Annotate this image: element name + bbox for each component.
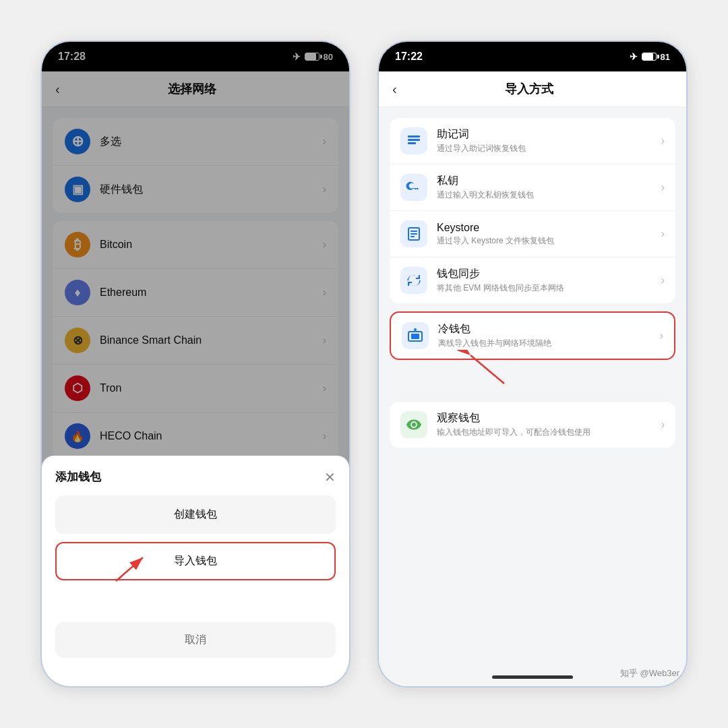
arrow-annotation-left [109, 551, 156, 584]
svg-rect-6 [411, 231, 417, 232]
import-item-sync[interactable]: 钱包同步 将其他 EVM 网络钱包同步至本网络 › [390, 257, 675, 303]
import-item-privatekey[interactable]: 私钥 通过输入明文私钥恢复钱包 › [390, 164, 675, 211]
mnemonic-icon [400, 127, 427, 154]
cold-icon [402, 322, 429, 349]
keystore-title: Keystore [437, 222, 661, 234]
privatekey-icon [400, 174, 427, 201]
privatekey-chevron: › [661, 181, 665, 193]
import-item-cold[interactable]: 冷钱包 离线导入钱包并与网络环境隔绝 › [391, 313, 674, 359]
svg-point-11 [414, 328, 417, 331]
cold-title: 冷钱包 [438, 322, 660, 336]
page-content-right: ‹ 导入方式 助记词 通过导入助记词恢复钱包 › [379, 71, 686, 667]
close-icon[interactable]: ✕ [324, 471, 336, 484]
home-bar-right [492, 675, 573, 679]
mnemonic-desc: 通过导入助记词恢复钱包 [437, 143, 661, 154]
mnemonic-content: 助记词 通过导入助记词恢复钱包 [437, 127, 661, 154]
time-right: 17:22 [395, 51, 423, 63]
keystore-desc: 通过导入 Keystore 文件恢复钱包 [437, 235, 661, 247]
cold-wallet-section: 冷钱包 离线导入钱包并与网络环境隔绝 › [390, 311, 675, 360]
privatekey-title: 私钥 [437, 174, 661, 188]
cold-content: 冷钱包 离线导入钱包并与网络环境隔绝 [438, 322, 660, 349]
sync-desc: 将其他 EVM 网络钱包同步至本网络 [437, 282, 661, 294]
sync-content: 钱包同步 将其他 EVM 网络钱包同步至本网络 [437, 267, 661, 294]
mnemonic-chevron: › [661, 135, 665, 147]
keystore-icon [400, 220, 427, 247]
svg-rect-10 [411, 334, 419, 339]
import-item-keystore[interactable]: Keystore 通过导入 Keystore 文件恢复钱包 › [390, 211, 675, 257]
bottom-sheet: 添加钱包 ✕ 创建钱包 导入钱包 [42, 456, 349, 686]
cancel-button[interactable]: 取消 [55, 622, 336, 658]
watch-icon [400, 411, 427, 438]
sync-icon [400, 267, 427, 294]
svg-rect-2 [408, 135, 420, 138]
status-bar-right: 17:22 ✈ 81 [379, 42, 686, 71]
watch-chevron: › [661, 419, 665, 431]
privatekey-content: 私钥 通过输入明文私钥恢复钱包 [437, 174, 661, 201]
privatekey-desc: 通过输入明文私钥恢复钱包 [437, 189, 661, 201]
svg-rect-7 [411, 233, 417, 235]
status-icons-right: ✈ 81 [630, 51, 670, 62]
import-group-1: 助记词 通过导入助记词恢复钱包 › 私钥 通过输入明文私钥恢复钱包 › [390, 118, 675, 303]
bottom-sheet-title: 添加钱包 [55, 469, 101, 485]
bottom-sheet-header: 添加钱包 ✕ [55, 469, 336, 485]
watch-content: 观察钱包 输入钱包地址即可导入，可配合冷钱包使用 [437, 411, 661, 438]
svg-rect-3 [408, 139, 420, 141]
nav-bar-right: ‹ 导入方式 [379, 71, 686, 107]
arrow-annotation-right [457, 350, 511, 390]
left-phone: 17:28 ✈ 80 ‹ 选择网络 ⊕ 多选 › [40, 40, 351, 688]
watermark: 知乎 @Web3er [620, 667, 679, 679]
svg-rect-4 [408, 142, 416, 144]
right-phone: 17:22 ✈ 81 ‹ 导入方式 [377, 40, 688, 688]
keystore-chevron: › [661, 228, 665, 240]
import-item-mnemonic[interactable]: 助记词 通过导入助记词恢复钱包 › [390, 118, 675, 164]
watch-title: 观察钱包 [437, 411, 661, 425]
back-button-right[interactable]: ‹ [392, 82, 397, 96]
import-wallet-button[interactable]: 导入钱包 [55, 542, 336, 580]
svg-line-1 [116, 557, 143, 581]
keystore-content: Keystore 通过导入 Keystore 文件恢复钱包 [437, 222, 661, 247]
import-item-watch[interactable]: 观察钱包 输入钱包地址即可导入，可配合冷钱包使用 › [390, 402, 675, 448]
cold-desc: 离线导入钱包并与网络环境隔绝 [438, 338, 660, 349]
svg-rect-8 [411, 236, 415, 237]
page-title-right: 导入方式 [405, 81, 654, 97]
sync-title: 钱包同步 [437, 267, 661, 281]
watch-desc: 输入钱包地址即可导入，可配合冷钱包使用 [437, 427, 661, 438]
sync-chevron: › [661, 274, 665, 286]
airplane-icon-right: ✈ [630, 51, 638, 62]
battery-icon-right [642, 53, 657, 61]
mnemonic-title: 助记词 [437, 127, 661, 142]
battery-label-right: 81 [661, 52, 670, 62]
bottom-sheet-overlay: 添加钱包 ✕ 创建钱包 导入钱包 [42, 42, 349, 686]
import-list-container: 助记词 通过导入助记词恢复钱包 › 私钥 通过输入明文私钥恢复钱包 › [379, 107, 686, 667]
create-wallet-button[interactable]: 创建钱包 [55, 495, 336, 534]
svg-line-13 [471, 355, 504, 384]
cold-chevron: › [660, 330, 663, 342]
watch-wallet-section: 观察钱包 输入钱包地址即可导入，可配合冷钱包使用 › [390, 402, 675, 448]
